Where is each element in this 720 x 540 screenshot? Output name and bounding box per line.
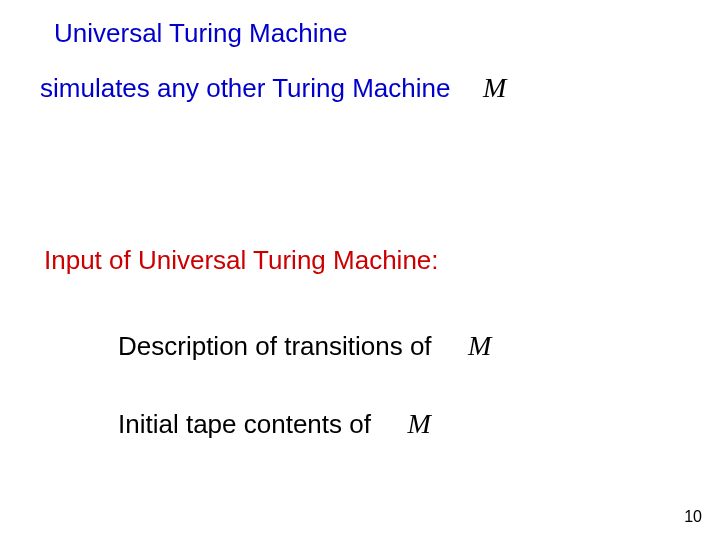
- input-item-2-text: Initial tape contents of: [118, 409, 371, 439]
- machine-symbol-3: M: [407, 408, 430, 439]
- input-item-1: Description of transitions of M: [118, 330, 491, 362]
- input-item-2: Initial tape contents of M: [118, 408, 431, 440]
- machine-symbol-1: M: [483, 72, 506, 103]
- machine-symbol-2: M: [468, 330, 491, 361]
- subtitle-text: simulates any other Turing Machine: [40, 73, 450, 103]
- page-number: 10: [684, 508, 702, 526]
- input-item-1-text: Description of transitions of: [118, 331, 432, 361]
- subtitle-row: simulates any other Turing Machine M: [40, 72, 506, 104]
- slide-title: Universal Turing Machine: [54, 18, 347, 49]
- input-heading: Input of Universal Turing Machine:: [44, 245, 439, 276]
